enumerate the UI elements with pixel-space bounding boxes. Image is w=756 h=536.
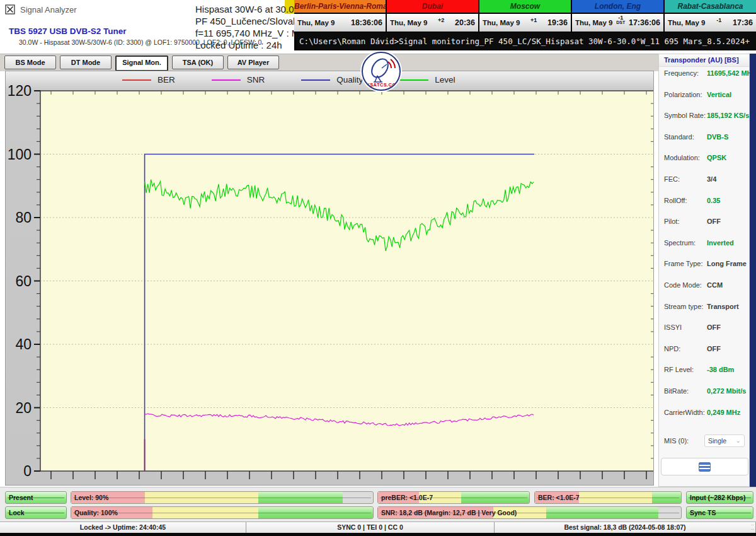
transponder-label: ISSYI <box>659 323 682 331</box>
clock-city: Moscow <box>479 0 571 14</box>
transponder-label: Frequency: <box>659 69 699 77</box>
clock-city: Berlin-Paris-Vienna-Roma <box>294 0 386 14</box>
legend-swatch <box>122 79 151 81</box>
transponder-label: Frame Type: <box>659 260 703 267</box>
transponder-label: RF Level: <box>659 366 694 373</box>
transponder-label: Stream type: <box>659 303 703 310</box>
sync-ts-indicator: Sync TS <box>686 506 753 519</box>
svg-text:20: 20 <box>15 400 32 416</box>
transponder-row: RollOff:0.35 <box>659 194 749 207</box>
legend-label: Quality <box>336 75 363 84</box>
transponder-value: 3/4 <box>707 175 716 183</box>
sidebar-title: Transponder (AU) [BS] <box>659 54 749 67</box>
preber-meter-label: preBER: <1.0E-7 <box>378 492 529 503</box>
clock-2: MoscowThu, May 9+119:36 <box>478 0 571 33</box>
mis-value: Single <box>708 437 726 445</box>
signal-analyzer-window: Signal Analyzer TBS 5927 USB DVB-S2 Tune… <box>0 0 756 536</box>
clock-4: Rabat-CasablancaThu, May 9-117:36 <box>663 0 756 33</box>
lock-indicator-label: Lock <box>6 507 66 518</box>
legend-item-quality: Quality <box>301 75 363 84</box>
preber-meter: preBER: <1.0E-7 <box>377 491 530 504</box>
tab-bs-mode[interactable]: BS Mode <box>4 55 56 69</box>
clock-3: London, EngThu, May 9-1DST17:36:06 <box>571 0 663 33</box>
status-segment-1: SYNC 0 | TEI 0 | CC 0 <box>246 522 495 533</box>
transponder-row: ISSYIOFF <box>659 321 749 334</box>
transponder-row: Standard:DVB-S <box>659 131 749 143</box>
clock-offset-value: -1 <box>716 18 721 23</box>
clock-time: 20:36 <box>455 18 475 27</box>
clock-time: 19:36 <box>547 18 568 27</box>
snr-meter: SNR: 18,2 dB (Margin: 12,7 dB | Very Goo… <box>377 506 682 519</box>
transponder-value: OFF <box>707 345 721 352</box>
clock-offset: -1 <box>716 18 721 23</box>
svg-text:100: 100 <box>8 146 32 163</box>
transponder-value: Inverted <box>707 239 734 247</box>
transponder-value: 0,249 MHz <box>707 409 740 416</box>
clock-city: Rabat-Casablanca <box>665 0 756 14</box>
mis-row: MIS (0): Single ⌄ <box>659 434 749 448</box>
clock-offset: -1DST <box>616 15 625 25</box>
tab-av-player[interactable]: AV Player <box>227 55 279 69</box>
stream-list-button[interactable] <box>661 458 748 475</box>
lock-indicator: Lock <box>5 506 67 519</box>
svg-text:0: 0 <box>23 463 32 479</box>
chevron-down-icon: ⌄ <box>736 438 741 444</box>
legend-swatch <box>212 79 241 81</box>
input-indicator: Input (~282 Kbps) <box>686 491 753 504</box>
transponder-row: Stream type:Transport <box>659 300 749 313</box>
input-indicator-label: Input (~282 Kbps) <box>687 492 753 503</box>
status-area: PresentLockLevel: 90%Quality: 100%preBER… <box>0 487 756 522</box>
ber-meter: BER: <1.0E-7 <box>534 491 682 504</box>
clock-offset: +2 <box>438 18 444 23</box>
clock-offset-dst: DST <box>616 20 625 25</box>
transponder-value: CCM <box>707 281 723 289</box>
sync-ts-indicator-label: Sync TS <box>687 507 753 518</box>
present-indicator-label: Present <box>6 492 66 503</box>
legend-swatch <box>399 79 428 81</box>
transponder-value: Transport <box>707 303 739 310</box>
transponder-label: BitRate: <box>659 387 689 395</box>
svg-text:40: 40 <box>15 336 32 352</box>
transponder-row: Frequency:11695,542 MHz <box>659 67 749 79</box>
clock-date: Thu, May 9 <box>668 19 705 26</box>
clock-offset-value: +1 <box>530 18 537 23</box>
transponder-row: RF Level:-38 dBm <box>659 363 749 376</box>
tab-signal-mon-[interactable]: Signal Mon. <box>115 55 168 71</box>
transponder-label: Pilot: <box>659 218 679 225</box>
console-prompt: C:\Users\Roman Dávid>Signal monitoring_P… <box>299 37 750 46</box>
transponder-label: RollOff: <box>659 197 687 204</box>
tab-dt-mode[interactable]: DT Mode <box>60 55 112 69</box>
tuner-name: TBS 5927 USB DVB-S2 Tuner <box>9 26 127 36</box>
svg-text:60: 60 <box>15 273 32 289</box>
clock-date: Thu, May 9 <box>297 19 335 26</box>
bottom-edge <box>0 533 756 536</box>
mis-select[interactable]: Single ⌄ <box>704 434 745 447</box>
signal-chart: 020406080100120 <box>6 71 653 485</box>
transponder-row: Pilot:OFF <box>659 215 749 228</box>
clock-date: Thu, May 9 <box>483 19 520 26</box>
clock-date: Thu, May 9 <box>390 19 427 26</box>
snr-meter-label: SNR: 18,2 dB (Margin: 12,7 dB | Very Goo… <box>378 507 681 518</box>
transponder-row: Symbol Rate:185,192 KS/s <box>659 109 749 122</box>
transponder-row: Polarization:Vertical <box>659 88 749 101</box>
transponder-label: Spectrum: <box>659 239 696 247</box>
transponder-row: FEC:3/4 <box>659 173 749 185</box>
transponder-value: Long Frame <box>707 260 747 267</box>
transponder-value: 0,272 Mbit/s <box>707 387 746 395</box>
clock-offset: +1 <box>530 18 537 23</box>
transponder-value: 0.35 <box>707 197 720 204</box>
transponder-label: Symbol Rate: <box>659 112 706 119</box>
transponder-value: DVB-S <box>707 133 728 141</box>
ber-meter-label: BER: <1.0E-7 <box>535 492 681 503</box>
level-meter: Level: 90% <box>71 491 374 504</box>
transponder-value: -38 dBm <box>707 366 734 373</box>
transponder-label: Code Mode: <box>659 281 702 289</box>
transponder-row: Modulation:QPSK <box>659 151 749 164</box>
svg-text:80: 80 <box>15 209 32 226</box>
resize-grip[interactable]: ···· <box>751 523 754 532</box>
bottom-status-bar: Locked -> Uptime: 24:40:45SYNC 0 | TEI 0… <box>0 521 756 533</box>
clock-date: Thu, May 9 <box>575 19 612 26</box>
transponder-sidebar: Transponder (AU) [BS] Frequency:11695,54… <box>658 54 750 487</box>
transponder-row: CarrierWidth:0,249 MHz <box>659 406 749 419</box>
tab-tsa-ok-[interactable]: TSA (OK) <box>172 55 224 69</box>
